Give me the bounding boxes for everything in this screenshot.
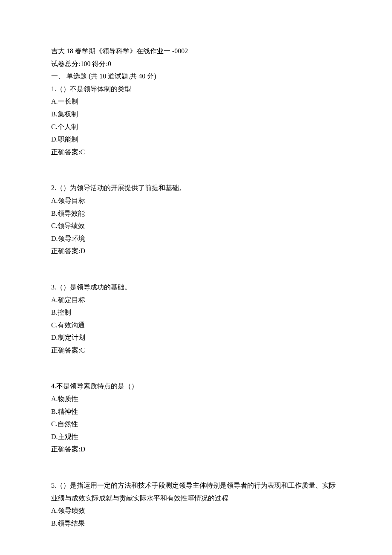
questions-container: 1.（）不是领导体制的类型A.一长制B.集权制C.个人制D.职能制正确答案:C2…: [51, 83, 341, 530]
score-line: 试卷总分:100 得分:0: [51, 58, 341, 70]
question-option: A.领导绩效: [51, 504, 341, 517]
question-option: C.自然性: [51, 418, 341, 431]
question-option: B.领导结果: [51, 517, 341, 530]
section-title: 一、 单选题 (共 10 道试题,共 40 分): [51, 70, 341, 83]
question-option: B.集权制: [51, 108, 341, 121]
question-answer: 正确答案:D: [51, 245, 341, 257]
question-stem: 2.（）为领导活动的开展提供了前提和基础。: [51, 182, 341, 194]
question-option: B.控制: [51, 306, 341, 319]
question-answer: 正确答案:C: [51, 146, 341, 159]
question-option: A.物质性: [51, 393, 341, 405]
question-option: D.制定计划: [51, 331, 341, 344]
question-block: 4.不是领导素质特点的是（）A.物质性B.精神性C.自然性D.主观性正确答案:D: [51, 380, 341, 456]
question-option: B.领导效能: [51, 207, 341, 220]
question-option: C.有效沟通: [51, 319, 341, 332]
question-answer: 正确答案:C: [51, 344, 341, 357]
question-answer: 正确答案:D: [51, 443, 341, 456]
question-block: 1.（）不是领导体制的类型A.一长制B.集权制C.个人制D.职能制正确答案:C: [51, 83, 341, 159]
question-block: 2.（）为领导活动的开展提供了前提和基础。A.领导目标B.领导效能C.领导绩效D…: [51, 182, 341, 257]
question-stem: 3.（）是领导成功的基础。: [51, 281, 341, 294]
question-option: B.精神性: [51, 405, 341, 418]
question-stem: 1.（）不是领导体制的类型: [51, 83, 341, 95]
question-block: 5.（）是指运用一定的方法和技术手段测定领导主体特别是领导者的行为表现和工作质量…: [51, 479, 341, 529]
question-option: D.主观性: [51, 431, 341, 443]
question-option: A.一长制: [51, 95, 341, 108]
question-option: A.确定目标: [51, 294, 341, 306]
question-option: C.领导绩效: [51, 220, 341, 232]
question-stem: 4.不是领导素质特点的是（）: [51, 380, 341, 393]
question-option: D.职能制: [51, 133, 341, 146]
question-option: A.领导目标: [51, 194, 341, 207]
question-option: C.个人制: [51, 121, 341, 133]
document-title: 吉大 18 春学期《领导科学》在线作业一 -0002: [51, 45, 341, 58]
question-stem: 5.（）是指运用一定的方法和技术手段测定领导主体特别是领导者的行为表现和工作质量…: [51, 479, 341, 504]
question-option: D.领导环境: [51, 232, 341, 245]
document-page: 吉大 18 春学期《领导科学》在线作业一 -0002 试卷总分:100 得分:0…: [0, 0, 392, 555]
question-block: 3.（）是领导成功的基础。A.确定目标B.控制C.有效沟通D.制定计划正确答案:…: [51, 281, 341, 357]
